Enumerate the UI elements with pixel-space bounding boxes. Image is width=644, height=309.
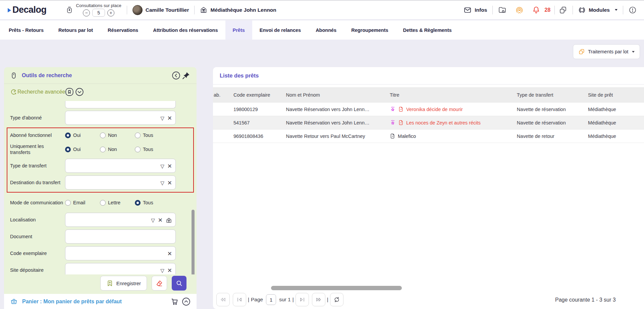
next-page-button[interactable] [296, 293, 309, 306]
type-transfert-input[interactable]: ▽ ✕ [65, 159, 176, 173]
site-picker-icon[interactable] [166, 217, 172, 223]
folder-icon[interactable] [498, 6, 506, 14]
advanced-search-title: Recherche avancée [17, 89, 65, 95]
separator: | [327, 297, 328, 303]
clear-icon[interactable]: ✕ [158, 217, 163, 223]
first-page-icon [236, 296, 243, 303]
table-horizontal-scrollbar-thumb[interactable] [271, 286, 402, 290]
notification-count-badge: 28 [544, 7, 550, 13]
current-site[interactable]: Médiathèque John Lennon [200, 6, 276, 14]
page-number-input[interactable] [266, 294, 276, 305]
radio-option-lettre[interactable]: Lettre [100, 200, 135, 206]
consultation-counter-icon [65, 6, 73, 14]
last-page-button[interactable] [312, 293, 325, 306]
clear-icon[interactable]: ✕ [167, 163, 172, 169]
save-search-label: Enregistrer [116, 280, 141, 286]
first-page-button[interactable] [233, 293, 246, 306]
modules-menu[interactable]: Modules [578, 6, 618, 14]
column-header-code[interactable]: Code exemplaire [231, 92, 284, 98]
refresh-button[interactable] [330, 293, 343, 306]
clear-icon[interactable]: ✕ [167, 180, 172, 186]
tab-reservations[interactable]: Réservations [100, 20, 146, 40]
chevron-down-circle-icon[interactable] [75, 88, 84, 96]
field-label: Mode de communication [10, 200, 65, 206]
decrement-button[interactable]: − [83, 9, 90, 16]
bookmark-circle-icon[interactable] [65, 88, 74, 96]
localisation-input[interactable]: ▽ ✕ [65, 213, 176, 227]
tab-prets[interactable]: Prêts [225, 20, 252, 40]
column-header-transfer-type[interactable]: Type de transfert [515, 92, 586, 98]
column-header-ab[interactable]: ab. [213, 92, 231, 98]
bell-icon [532, 6, 540, 14]
cart-icon[interactable] [170, 297, 179, 306]
radio-option-non[interactable]: Non [100, 133, 135, 138]
filter-funnel-icon[interactable]: ▽ [160, 181, 164, 186]
radio-option-email[interactable]: Email [65, 200, 100, 206]
radio-option-oui[interactable]: Oui [65, 147, 100, 152]
tab-dettes-reglements[interactable]: Dettes & Règlements [396, 20, 459, 40]
destination-transfert-input[interactable]: ▽ ✕ [65, 175, 176, 190]
code-exemplaire-input[interactable]: ✕ [65, 246, 176, 260]
batch-actions-button[interactable]: Traitements par lot [573, 44, 640, 59]
tab-attribution-reservations[interactable]: Attribution des réservations [146, 20, 225, 40]
clear-icon[interactable]: ✕ [167, 115, 172, 121]
pin-icon[interactable] [182, 71, 191, 80]
page-label: Page [251, 297, 263, 303]
table-row[interactable]: 541567 Navette Réservation vers John Len… [213, 116, 644, 130]
column-header-name[interactable]: Nom et Prénom [284, 92, 388, 98]
reset-search-button[interactable] [152, 276, 167, 291]
filter-funnel-icon[interactable]: ▽ [160, 116, 164, 121]
increment-button[interactable]: + [107, 9, 114, 16]
collapse-panel-icon[interactable] [172, 71, 180, 80]
filter-funnel-icon[interactable]: ▽ [151, 218, 155, 223]
loan-title-link[interactable]: Veronika décide de mourir [406, 107, 463, 112]
radio-option-non[interactable]: Non [100, 147, 135, 152]
field-label: Abonné fonctionnel [10, 132, 65, 138]
loans-list-title: Liste des prêts [220, 72, 259, 79]
infos-button[interactable]: Infos [464, 6, 487, 14]
loan-title-link[interactable]: Malefico [398, 134, 416, 139]
filter-funnel-icon[interactable]: ▽ [160, 164, 164, 169]
double-chevron-right-icon [315, 296, 322, 303]
info-icon[interactable] [629, 6, 637, 14]
tab-retours-par-lot[interactable]: Retours par lot [51, 20, 100, 40]
tab-envoi-relances[interactable]: Envoi de relances [252, 20, 308, 40]
notifications-button[interactable]: 28 [532, 6, 550, 14]
page-total-label: sur 1 [279, 297, 290, 303]
pages-icon[interactable] [559, 6, 567, 14]
table-row[interactable]: 96901808436 Navette Retour vers Paul McC… [213, 130, 644, 143]
magnifier-icon [175, 279, 183, 287]
tab-prets-retours[interactable]: Prêts - Retours [1, 20, 51, 40]
column-header-loan-site[interactable]: Site de prêt [586, 92, 644, 98]
loan-title-link[interactable]: Les noces de Zeyn et autres récits [406, 120, 481, 125]
consultations-value[interactable]: 5 [92, 9, 105, 17]
modules-icon [578, 6, 586, 14]
divider [492, 6, 493, 14]
broadcast-icon[interactable] [515, 6, 524, 14]
column-header-title[interactable]: Titre [388, 92, 515, 98]
site-depositaire-input[interactable]: ▽ ✕ [65, 263, 176, 274]
run-search-button[interactable] [172, 276, 186, 291]
radio-icon [65, 147, 71, 152]
clear-icon[interactable]: ✕ [167, 251, 172, 257]
filter-funnel-icon[interactable]: ▽ [160, 268, 164, 273]
cell-title: Malefico [388, 133, 515, 139]
clear-icon[interactable]: ✕ [167, 268, 172, 273]
radio-option-oui[interactable]: Oui [65, 133, 100, 138]
app-logo[interactable]: Decalog [7, 5, 47, 15]
type-abonne-input[interactable]: ▽ ✕ [65, 111, 176, 125]
rewind-page-button[interactable] [216, 293, 230, 306]
chevron-up-circle-icon[interactable] [182, 297, 191, 306]
table-row[interactable]: 198000129 Navette Réservation vers John … [213, 103, 644, 116]
radio-option-tous[interactable]: Tous [135, 200, 170, 206]
tab-regroupements[interactable]: Regroupements [344, 20, 395, 40]
text-input-partial[interactable] [65, 101, 176, 108]
sidebar-scrollbar-thumb[interactable] [192, 210, 195, 274]
cell-name: Navette Retour vers Paul McCartney [284, 134, 388, 139]
current-user[interactable]: Camille Tourtillier [132, 5, 189, 15]
radio-option-tous[interactable]: Tous [135, 133, 170, 138]
tab-abonnes[interactable]: Abonnés [308, 20, 344, 40]
document-input[interactable] [65, 229, 176, 244]
radio-option-tous[interactable]: Tous [135, 147, 170, 152]
save-search-button[interactable]: Enregistrer [100, 276, 147, 291]
